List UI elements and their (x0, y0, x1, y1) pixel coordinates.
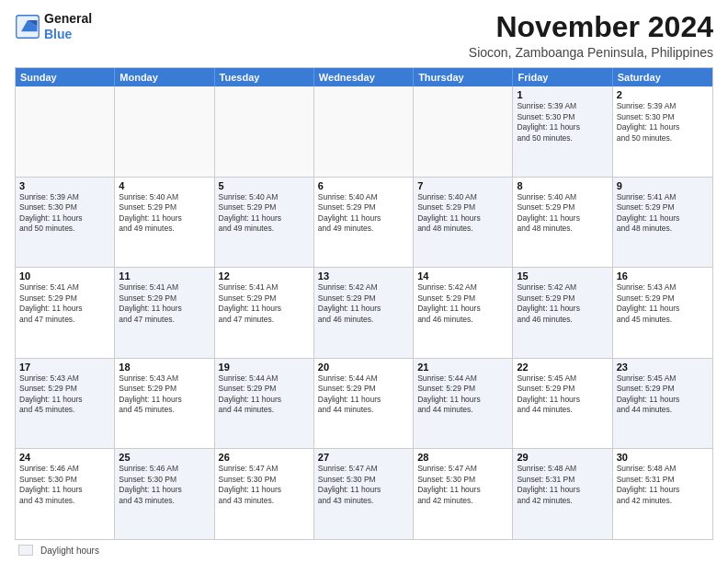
calendar-cell: 1Sunrise: 5:39 AM Sunset: 5:30 PM Daylig… (513, 86, 612, 177)
calendar-week: 17Sunrise: 5:43 AM Sunset: 5:29 PM Dayli… (16, 358, 712, 449)
calendar-cell: 9Sunrise: 5:41 AM Sunset: 5:29 PM Daylig… (613, 178, 712, 268)
day-number: 17 (19, 362, 110, 373)
calendar-cell (215, 86, 314, 177)
calendar-header-cell: Wednesday (314, 68, 414, 86)
day-info: Sunrise: 5:40 AM Sunset: 5:29 PM Dayligh… (517, 192, 608, 235)
day-number: 18 (119, 362, 210, 373)
day-number: 19 (219, 362, 310, 373)
day-number: 11 (119, 270, 210, 282)
day-number: 14 (417, 270, 508, 282)
calendar-cell: 8Sunrise: 5:40 AM Sunset: 5:29 PM Daylig… (513, 178, 612, 268)
day-info: Sunrise: 5:43 AM Sunset: 5:29 PM Dayligh… (119, 373, 210, 416)
calendar-cell: 27Sunrise: 5:47 AM Sunset: 5:30 PM Dayli… (314, 449, 414, 539)
day-info: Sunrise: 5:40 AM Sunset: 5:29 PM Dayligh… (318, 192, 409, 235)
calendar-cell: 22Sunrise: 5:45 AM Sunset: 5:29 PM Dayli… (513, 359, 612, 449)
day-info: Sunrise: 5:48 AM Sunset: 5:31 PM Dayligh… (517, 464, 608, 506)
day-info: Sunrise: 5:43 AM Sunset: 5:29 PM Dayligh… (19, 373, 110, 416)
day-info: Sunrise: 5:47 AM Sunset: 5:30 PM Dayligh… (219, 464, 310, 506)
day-info: Sunrise: 5:48 AM Sunset: 5:31 PM Dayligh… (617, 464, 709, 506)
calendar-cell (16, 86, 115, 177)
calendar-header-cell: Friday (513, 68, 612, 86)
calendar-cell: 13Sunrise: 5:42 AM Sunset: 5:29 PM Dayli… (314, 268, 414, 358)
day-info: Sunrise: 5:41 AM Sunset: 5:29 PM Dayligh… (617, 192, 709, 235)
day-info: Sunrise: 5:44 AM Sunset: 5:29 PM Dayligh… (318, 373, 409, 416)
day-info: Sunrise: 5:46 AM Sunset: 5:30 PM Dayligh… (19, 464, 110, 506)
calendar-cell: 7Sunrise: 5:40 AM Sunset: 5:29 PM Daylig… (414, 178, 513, 268)
calendar-cell: 17Sunrise: 5:43 AM Sunset: 5:29 PM Dayli… (16, 359, 115, 449)
calendar-cell: 11Sunrise: 5:41 AM Sunset: 5:29 PM Dayli… (115, 268, 214, 358)
day-number: 12 (219, 270, 310, 282)
calendar-cell: 4Sunrise: 5:40 AM Sunset: 5:29 PM Daylig… (115, 178, 214, 268)
calendar-header-row: SundayMondayTuesdayWednesdayThursdayFrid… (16, 68, 712, 86)
day-info: Sunrise: 5:46 AM Sunset: 5:30 PM Dayligh… (119, 464, 210, 506)
calendar-cell: 21Sunrise: 5:44 AM Sunset: 5:29 PM Dayli… (414, 359, 513, 449)
calendar-cell: 30Sunrise: 5:48 AM Sunset: 5:31 PM Dayli… (613, 449, 712, 539)
day-number: 16 (617, 270, 709, 282)
calendar-week: 1Sunrise: 5:39 AM Sunset: 5:30 PM Daylig… (16, 86, 712, 177)
legend-label: Daylight hours (40, 546, 99, 556)
day-number: 24 (19, 452, 110, 463)
calendar-header-cell: Monday (115, 68, 214, 86)
day-number: 27 (318, 452, 409, 463)
calendar-cell (314, 86, 414, 177)
calendar-cell: 2Sunrise: 5:39 AM Sunset: 5:30 PM Daylig… (613, 86, 712, 177)
day-info: Sunrise: 5:45 AM Sunset: 5:29 PM Dayligh… (517, 373, 608, 416)
calendar-header-cell: Thursday (414, 68, 513, 86)
calendar-header-cell: Saturday (613, 68, 712, 86)
day-number: 26 (219, 452, 310, 463)
day-number: 15 (517, 270, 608, 282)
day-info: Sunrise: 5:41 AM Sunset: 5:29 PM Dayligh… (119, 282, 210, 325)
calendar-cell: 28Sunrise: 5:47 AM Sunset: 5:30 PM Dayli… (414, 449, 513, 539)
day-number: 21 (417, 362, 508, 373)
day-info: Sunrise: 5:42 AM Sunset: 5:29 PM Dayligh… (517, 282, 608, 325)
calendar-cell: 15Sunrise: 5:42 AM Sunset: 5:29 PM Dayli… (513, 268, 612, 358)
main-title: November 2024 (469, 11, 713, 43)
day-number: 20 (318, 362, 409, 373)
calendar-cell: 16Sunrise: 5:43 AM Sunset: 5:29 PM Dayli… (613, 268, 712, 358)
calendar-cell (115, 86, 214, 177)
day-number: 2 (617, 89, 709, 100)
day-number: 23 (617, 362, 709, 373)
day-info: Sunrise: 5:44 AM Sunset: 5:29 PM Dayligh… (219, 373, 310, 416)
day-info: Sunrise: 5:45 AM Sunset: 5:29 PM Dayligh… (617, 373, 709, 416)
day-info: Sunrise: 5:42 AM Sunset: 5:29 PM Dayligh… (318, 282, 409, 325)
day-number: 29 (517, 452, 608, 463)
day-number: 25 (119, 452, 210, 463)
calendar: SundayMondayTuesdayWednesdayThursdayFrid… (15, 67, 713, 540)
day-info: Sunrise: 5:43 AM Sunset: 5:29 PM Dayligh… (617, 282, 709, 325)
day-number: 3 (19, 180, 110, 191)
day-info: Sunrise: 5:47 AM Sunset: 5:30 PM Dayligh… (417, 464, 508, 506)
calendar-cell: 6Sunrise: 5:40 AM Sunset: 5:29 PM Daylig… (314, 178, 414, 268)
calendar-cell: 3Sunrise: 5:39 AM Sunset: 5:30 PM Daylig… (16, 178, 115, 268)
day-number: 22 (517, 362, 608, 373)
day-number: 6 (318, 180, 409, 191)
calendar-header-cell: Tuesday (215, 68, 314, 86)
day-info: Sunrise: 5:42 AM Sunset: 5:29 PM Dayligh… (417, 282, 508, 325)
day-number: 9 (617, 180, 709, 191)
day-info: Sunrise: 5:39 AM Sunset: 5:30 PM Dayligh… (517, 101, 608, 144)
calendar-cell: 25Sunrise: 5:46 AM Sunset: 5:30 PM Dayli… (115, 449, 214, 539)
day-number: 7 (417, 180, 508, 191)
day-info: Sunrise: 5:41 AM Sunset: 5:29 PM Dayligh… (19, 282, 110, 325)
day-number: 10 (19, 270, 110, 282)
calendar-body: 1Sunrise: 5:39 AM Sunset: 5:30 PM Daylig… (16, 86, 712, 539)
calendar-cell: 26Sunrise: 5:47 AM Sunset: 5:30 PM Dayli… (215, 449, 314, 539)
day-number: 1 (517, 89, 608, 100)
day-info: Sunrise: 5:39 AM Sunset: 5:30 PM Dayligh… (617, 101, 709, 144)
subtitle: Siocon, Zamboanga Peninsula, Philippines (469, 45, 713, 60)
calendar-cell: 24Sunrise: 5:46 AM Sunset: 5:30 PM Dayli… (16, 449, 115, 539)
calendar-cell: 29Sunrise: 5:48 AM Sunset: 5:31 PM Dayli… (513, 449, 612, 539)
calendar-cell: 12Sunrise: 5:41 AM Sunset: 5:29 PM Dayli… (215, 268, 314, 358)
logo: General Blue (15, 11, 92, 42)
calendar-cell: 10Sunrise: 5:41 AM Sunset: 5:29 PM Dayli… (16, 268, 115, 358)
day-info: Sunrise: 5:47 AM Sunset: 5:30 PM Dayligh… (318, 464, 409, 506)
day-number: 13 (318, 270, 409, 282)
day-number: 28 (417, 452, 508, 463)
calendar-cell (414, 86, 513, 177)
calendar-week: 10Sunrise: 5:41 AM Sunset: 5:29 PM Dayli… (16, 267, 712, 358)
logo-icon (15, 14, 40, 40)
calendar-week: 24Sunrise: 5:46 AM Sunset: 5:30 PM Dayli… (16, 448, 712, 539)
calendar-week: 3Sunrise: 5:39 AM Sunset: 5:30 PM Daylig… (16, 177, 712, 268)
calendar-cell: 14Sunrise: 5:42 AM Sunset: 5:29 PM Dayli… (414, 268, 513, 358)
logo-line1: General (44, 11, 92, 27)
